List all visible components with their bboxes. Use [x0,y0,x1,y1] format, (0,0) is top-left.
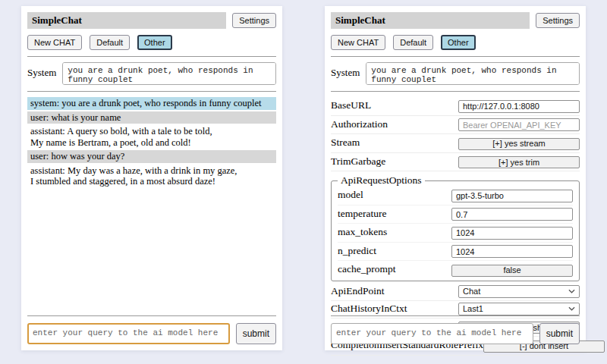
chat-history: system: you are a drunk poet, who respon… [27,97,276,188]
trimgarbage-toggle-button[interactable]: [+] yes trim [458,156,580,168]
submit-button[interactable]: submit [236,323,276,344]
setting-label: max_tokens [338,226,387,238]
tab-default[interactable]: Default [90,35,130,50]
app-title: SimpleChat [331,12,530,29]
cache-prompt-toggle-button[interactable]: false [451,265,573,277]
baseurl-input[interactable] [458,100,580,113]
chat-message-user: user: how was your day? [27,150,276,163]
setting-label: model [338,189,363,201]
divider [331,91,580,92]
tab-other[interactable]: Other [137,35,172,50]
settings-button[interactable]: Settings [232,13,276,28]
model-input[interactable] [451,190,573,202]
tab-other[interactable]: Other [441,35,476,50]
app-title: SimpleChat [27,12,226,29]
setting-label: BaseURL [331,99,371,111]
chat-history-in-ctxt-select[interactable]: Last1 [458,303,580,315]
chat-message-user: user: what is your name [27,111,276,124]
setting-row-stream: Stream [+] yes stream [331,134,580,153]
api-request-options-fieldset: ApiRequestOptions model temperature max_… [331,174,580,281]
chevron-down-icon [568,289,575,293]
divider [27,91,276,92]
query-input[interactable] [331,323,533,344]
chat-panel: SimpleChat Settings New CHAT Default Oth… [21,6,282,350]
setting-row-cache-prompt: cache_prompt false [338,261,573,279]
query-input[interactable] [27,323,230,344]
divider [27,315,276,316]
selected-option: Last1 [463,304,483,313]
system-prompt-input[interactable]: you are a drunk poet, who responds in fu… [62,62,276,85]
api-request-options-legend: ApiRequestOptions [338,174,425,187]
selected-option: Chat [463,287,480,296]
setting-label: Authorization [331,118,388,130]
setting-label: cache_prompt [338,263,395,275]
settings-button[interactable]: Settings [536,13,580,28]
setting-row-temperature: temperature [338,206,573,224]
system-label: System [27,62,56,79]
max-tokens-input[interactable] [451,227,573,240]
setting-row-baseurl: BaseURL [331,97,580,116]
new-chat-button[interactable]: New CHAT [331,35,385,50]
chat-message-assistant: assistant: A query so bold, with a tale … [27,125,276,149]
setting-label: ApiEndPoint [331,285,385,297]
setting-row-n-predict: n_predict [338,243,573,262]
setting-label: Stream [331,136,360,149]
api-endpoint-select[interactable]: Chat [458,285,580,298]
authorization-input[interactable] [458,118,580,131]
new-chat-button[interactable]: New CHAT [27,35,82,50]
tab-default[interactable]: Default [393,35,433,50]
temperature-input[interactable] [451,208,573,221]
chat-message-system: system: you are a drunk poet, who respon… [27,97,276,110]
setting-row-model: model [338,187,573,206]
settings-panel: SimpleChat Settings New CHAT Default Oth… [325,6,586,350]
setting-row-authorization: Authorization [331,116,580,135]
setting-row-max-tokens: max_tokens [338,224,573,243]
divider [331,315,580,316]
setting-label: ChatHistoryInCtxt [331,303,407,315]
chat-message-assistant: assistant: My day was a haze, with a dri… [27,165,276,188]
stream-toggle-button[interactable]: [+] yes stream [458,138,580,150]
setting-row-trimgarbage: TrimGarbage [+] yes trim [331,153,580,172]
setting-label: temperature [338,208,386,220]
divider [27,56,276,57]
setting-label: TrimGarbage [331,155,385,168]
submit-button[interactable]: submit [539,323,580,344]
chevron-down-icon [568,306,575,311]
setting-label: n_predict [338,245,376,257]
system-label: System [331,62,360,79]
setting-row-api-endpoint: ApiEndPoint Chat [331,284,580,301]
n-predict-input[interactable] [451,245,573,258]
divider [331,56,580,57]
system-prompt-input[interactable]: you are a drunk poet, who responds in fu… [366,62,580,85]
